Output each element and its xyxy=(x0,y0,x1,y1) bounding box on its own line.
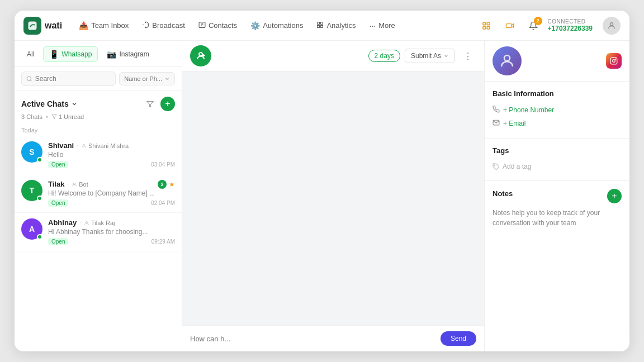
online-status-dot xyxy=(37,157,42,163)
svg-point-30 xyxy=(494,164,495,165)
svg-rect-9 xyxy=(483,22,486,25)
chat-avatar-tilak: T xyxy=(21,180,42,201)
nav-team-inbox[interactable]: 📥 Team Inbox xyxy=(73,18,134,34)
online-status-dot-abhinay xyxy=(37,234,42,240)
more-options-btn[interactable]: ⋮ xyxy=(460,47,476,64)
search-input-wrap[interactable] xyxy=(21,72,116,86)
tab-all[interactable]: All xyxy=(21,48,40,60)
filter-dropdown[interactable]: Name or Ph... xyxy=(119,72,175,85)
logo: wati xyxy=(23,17,62,35)
chat-content-tilak: Tilak · Bot Hi! Welcome to [Company Name… xyxy=(48,180,175,207)
chat-messages[interactable] xyxy=(182,72,484,325)
unread-count-text: 1 Unread xyxy=(59,113,84,120)
right-panel-top xyxy=(485,41,629,82)
send-btn[interactable]: Send xyxy=(441,331,476,346)
headset-icon xyxy=(81,143,87,149)
add-tag-label: Add a tag xyxy=(503,163,531,170)
filter-chats-btn[interactable] xyxy=(143,97,157,111)
user-avatar-nav[interactable] xyxy=(603,17,621,35)
svg-rect-0 xyxy=(29,21,37,30)
tab-instagram-label: Instagram xyxy=(119,50,149,58)
chat-list: S Shivani · Shivani Mishra Hello xyxy=(15,136,182,351)
chat-area: 2 days Submit As ⋮ Send xyxy=(182,41,484,351)
nav-broadcast[interactable]: Broadcast xyxy=(136,18,191,34)
chat-avatar-abhinay: A xyxy=(21,218,42,240)
chat-avatar-shivani: S xyxy=(21,141,42,163)
tab-whatsapp-label: Whatsapp xyxy=(61,50,92,58)
chat-item-tilak[interactable]: T Tilak · Bot Hi! Welcome to [Compan xyxy=(15,174,182,213)
svg-point-28 xyxy=(613,60,615,63)
chat-agent-name-shivani: Shivani Mishra xyxy=(88,142,129,149)
search-input[interactable] xyxy=(35,75,111,83)
submit-as-btn[interactable]: Submit As xyxy=(405,49,455,63)
svg-rect-8 xyxy=(321,25,323,27)
new-contact-btn[interactable] xyxy=(190,45,211,66)
automations-icon: ⚙️ xyxy=(250,21,260,30)
connected-info: CONNECTED +17037226339 xyxy=(548,18,593,32)
nav-contacts[interactable]: Contacts xyxy=(193,18,243,34)
chevron-down-icon-chats xyxy=(71,101,78,107)
email-label: + Email xyxy=(503,120,525,127)
chat-footer-abhinay: Open 09:29 AM xyxy=(48,238,175,245)
add-tag-btn[interactable]: Add a tag xyxy=(493,160,622,173)
chats-meta: 3 Chats 1 Unread xyxy=(15,113,182,125)
nav-automations[interactable]: ⚙️ Automations xyxy=(245,18,309,34)
unread-badge: 1 Unread xyxy=(51,113,84,120)
left-sidebar: All 📱 Whatsapp 📷 Instagram Name or Ph... xyxy=(15,41,182,351)
chat-toolbar: 2 days Submit As ⋮ xyxy=(182,41,484,72)
nav-contacts-label: Contacts xyxy=(209,21,237,30)
svg-point-29 xyxy=(615,59,616,59)
logo-text: wati xyxy=(45,21,62,31)
svg-point-15 xyxy=(610,22,613,25)
nav-more-label: More xyxy=(378,21,395,30)
chat-item-abhinay[interactable]: A Abhinay · Tilak Raj Hi Abhinay Tha xyxy=(15,213,182,251)
notes-section: Notes + Notes help you to keep track of … xyxy=(485,181,629,236)
svg-rect-6 xyxy=(321,22,323,24)
active-chats-label: Active Chats xyxy=(21,99,69,108)
phone-label: + Phone Number xyxy=(503,106,554,114)
svg-rect-7 xyxy=(318,25,320,27)
nav-team-inbox-label: Team Inbox xyxy=(91,21,129,30)
svg-rect-11 xyxy=(483,26,486,29)
phone-row[interactable]: + Phone Number xyxy=(493,103,622,117)
nav-analytics[interactable]: Analytics xyxy=(311,18,361,34)
star-icon-tilak: ★ xyxy=(169,180,175,188)
chat-agent-shivani: Shivani Mishra xyxy=(81,142,129,149)
video-nav-btn[interactable] xyxy=(501,17,519,35)
analytics-icon xyxy=(316,21,324,30)
tags-title: Tags xyxy=(493,146,622,155)
chat-header-shivani: Shivani · Shivani Mishra xyxy=(48,141,175,150)
filter-label: Name or Ph... xyxy=(124,75,162,82)
add-chat-btn[interactable]: + xyxy=(160,97,175,111)
chat-status-tilak: Open xyxy=(48,199,68,207)
nav-more[interactable]: ··· More xyxy=(363,18,400,34)
tab-instagram[interactable]: 📷 Instagram xyxy=(101,47,154,61)
search-nav-btn[interactable] xyxy=(477,17,495,35)
basic-info-section: Basic Information + Phone Number + Email xyxy=(485,82,629,139)
chat-footer-tilak: Open 02:04 PM xyxy=(48,199,175,207)
right-panel: Basic Information + Phone Number + Email… xyxy=(484,41,629,351)
chat-input-area: Send xyxy=(182,325,484,351)
email-row[interactable]: + Email xyxy=(493,117,622,130)
main-nav: 📥 Team Inbox Broadcast Contacts ⚙️ Autom… xyxy=(73,18,472,34)
contact-avatar xyxy=(493,46,522,75)
svg-line-17 xyxy=(30,80,31,81)
instagram-platform-icon xyxy=(606,53,622,69)
chat-item-shivani[interactable]: S Shivani · Shivani Mishra Hello xyxy=(15,136,182,174)
svg-point-23 xyxy=(199,53,202,56)
chat-content-shivani: Shivani · Shivani Mishra Hello Open 03:0… xyxy=(48,141,175,168)
chevron-down-icon xyxy=(164,76,170,82)
notification-btn[interactable]: 2 xyxy=(524,17,542,35)
chat-status-abhinay: Open xyxy=(48,238,68,245)
svg-point-16 xyxy=(27,77,31,80)
active-chats-header: Active Chats + xyxy=(15,91,182,113)
chat-time-abhinay: 09:29 AM xyxy=(151,239,175,245)
main-layout: All 📱 Whatsapp 📷 Instagram Name or Ph... xyxy=(15,41,629,351)
tab-whatsapp[interactable]: 📱 Whatsapp xyxy=(43,46,98,62)
submit-as-label: Submit As xyxy=(411,52,441,60)
chat-input[interactable] xyxy=(190,335,436,343)
svg-marker-18 xyxy=(147,101,153,107)
chats-count: 3 Chats xyxy=(21,113,42,120)
notification-badge: 2 xyxy=(534,17,542,25)
add-note-btn[interactable]: + xyxy=(607,189,622,203)
